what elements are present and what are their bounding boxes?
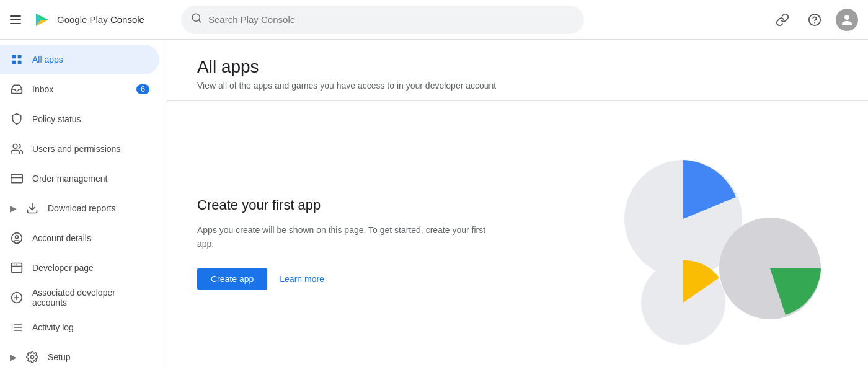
download-icon (25, 202, 39, 215)
sidebar-label-policy-status: Policy status (32, 114, 149, 124)
sidebar-label-associated-developer: Associated developer accounts (32, 288, 149, 308)
sidebar-label-developer-page: Developer page (32, 263, 149, 273)
search-input[interactable] (208, 14, 574, 25)
page-title: All apps (197, 57, 838, 77)
inbox-badge: 6 (136, 84, 149, 94)
link-icon-button[interactable] (771, 9, 794, 31)
help-icon-button[interactable] (804, 9, 826, 31)
sidebar-label-setup: Setup (48, 352, 149, 362)
sidebar-label-inbox: Inbox (32, 84, 128, 94)
sidebar-item-users-permissions[interactable]: Users and permissions (0, 134, 159, 164)
shield-icon (10, 112, 24, 126)
expand-icon-setup: ▶ (10, 352, 17, 362)
sidebar-item-setup[interactable]: ▶ Setup (0, 342, 159, 372)
sidebar-label-download-reports: Download reports (48, 203, 149, 213)
svg-rect-5 (12, 55, 16, 59)
svg-rect-8 (18, 61, 22, 64)
expand-icon-download-reports: ▶ (10, 203, 17, 213)
learn-more-button[interactable]: Learn more (280, 274, 324, 284)
illustration (603, 138, 838, 349)
empty-state-text: Create your first app Apps you create wi… (197, 197, 495, 291)
header-left: Google Play Console (10, 10, 171, 30)
list-icon (10, 321, 24, 334)
sidebar-item-all-apps[interactable]: All apps (0, 45, 159, 74)
sidebar-item-inbox[interactable]: Inbox 6 (0, 74, 159, 104)
person-circle-icon (10, 231, 24, 245)
svg-rect-15 (12, 264, 22, 273)
credit-card-icon (10, 172, 24, 185)
sidebar-label-account-details: Account details (32, 233, 149, 243)
header-right (771, 9, 858, 31)
link-circle-icon (10, 291, 24, 304)
svg-point-9 (13, 144, 17, 149)
svg-rect-10 (11, 174, 22, 182)
empty-state: Create your first app Apps you create wi… (167, 101, 868, 372)
avatar[interactable] (836, 9, 858, 31)
content-header: All apps View all of the apps and games … (167, 40, 868, 101)
search-icon (191, 12, 202, 27)
sidebar-item-developer-page[interactable]: Developer page (0, 253, 159, 283)
sidebar-label-activity-log: Activity log (32, 322, 149, 332)
sidebar-item-policy-status[interactable]: Policy status (0, 104, 159, 134)
svg-line-2 (198, 20, 200, 22)
svg-rect-7 (12, 61, 16, 64)
sidebar-item-account-details[interactable]: Account details (0, 223, 159, 253)
search-bar[interactable] (181, 6, 584, 34)
create-app-button[interactable]: Create app (197, 268, 267, 290)
grid-icon (10, 53, 24, 66)
illustration-svg (603, 138, 838, 349)
people-icon (10, 142, 24, 156)
svg-rect-6 (18, 55, 22, 59)
logo-icon (32, 10, 52, 30)
browser-icon (10, 261, 24, 275)
sidebar-item-order-management[interactable]: Order management (0, 164, 159, 193)
main-content: All apps View all of the apps and games … (167, 40, 868, 372)
header: Google Play Console (0, 0, 868, 40)
sidebar-item-download-reports[interactable]: ▶ Download reports (0, 193, 159, 223)
empty-state-description: Apps you create will be shown on this pa… (197, 223, 495, 251)
svg-point-26 (31, 356, 34, 359)
sidebar-label-all-apps: All apps (32, 55, 149, 64)
sidebar-label-order-management: Order management (32, 174, 149, 184)
sidebar: All apps Inbox 6 Policy status (0, 40, 167, 372)
inbox-icon (10, 82, 24, 96)
svg-point-14 (16, 236, 19, 239)
gear-icon (25, 350, 39, 364)
empty-state-heading: Create your first app (197, 197, 495, 213)
logo-text: Google Play Console (57, 14, 144, 25)
sidebar-label-users-permissions: Users and permissions (32, 144, 149, 154)
empty-state-actions: Create app Learn more (197, 268, 495, 290)
main-layout: All apps Inbox 6 Policy status (0, 40, 868, 372)
sidebar-item-activity-log[interactable]: Activity log (0, 312, 159, 342)
page-subtitle: View all of the apps and games you have … (197, 81, 838, 91)
sidebar-item-associated-developer[interactable]: Associated developer accounts (0, 283, 159, 312)
logo: Google Play Console (32, 10, 144, 30)
hamburger-menu-icon[interactable] (10, 12, 25, 27)
